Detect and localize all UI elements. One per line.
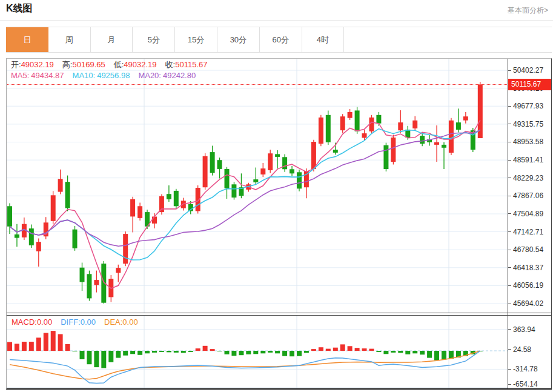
axis-divider (508, 59, 508, 388)
y-axis-tick (508, 369, 511, 370)
y-axis-tick (508, 285, 511, 286)
pane-separator (7, 315, 551, 316)
field-value: 49032.19 (124, 60, 156, 69)
field-label: 低: (114, 60, 124, 69)
y-axis-label: 46418.37 (513, 264, 543, 272)
y-axis-label: 49677.93 (513, 102, 543, 110)
y-axis-tick (508, 124, 511, 124)
fundamental-analysis-link[interactable]: 基本面分析> (508, 5, 548, 16)
field-value: 0.00 (37, 317, 52, 327)
candles-layer (7, 82, 483, 304)
field-label: MA10: (73, 71, 96, 80)
y-axis-tick (508, 304, 511, 304)
y-axis-label: 48229.23 (513, 174, 543, 182)
current-price-value: 50115.67 (511, 80, 541, 88)
candlestick-chart (7, 59, 508, 313)
field-label: MA20: (138, 71, 161, 80)
y-axis-label: 46780.54 (513, 245, 543, 254)
y-axis-tick (508, 267, 511, 268)
y-axis-label: 47142.71 (513, 228, 543, 236)
y-axis-label: 24.58 (513, 345, 531, 354)
ohlc-row: 开:49032.19高:50169.65低:49032.19收:50115.67 (11, 60, 216, 70)
y-axis-tick (508, 196, 511, 196)
ma-row: MA5:49434.87MA10:49256.98MA20:49242.80 (11, 71, 204, 81)
ma-lines-layer (10, 120, 480, 288)
current-price-line (7, 84, 507, 85)
y-axis-label: 50402.27 (513, 66, 543, 75)
kline-page: K线图 基本面分析> 日周月5分15分30分60分4时 开:49032.19高:… (0, 0, 553, 392)
y-axis-label: 49315.75 (513, 120, 543, 128)
field-label: 开: (11, 60, 21, 69)
field-label: MACD: (12, 317, 37, 327)
current-price-badge: 50115.67 (508, 79, 551, 90)
field-value: 49256.98 (97, 71, 130, 80)
period-tab-6[interactable]: 60分 (260, 27, 302, 52)
pane-separator (7, 313, 551, 313)
y-axis-tick (508, 213, 511, 214)
field-value: 0.00 (122, 317, 137, 327)
y-axis-label: -654.14 (513, 380, 538, 388)
y-axis-tick (508, 329, 511, 330)
period-tab-3[interactable]: 5分 (133, 27, 175, 52)
field-label: 高: (62, 60, 73, 69)
y-axis-tick (508, 349, 511, 350)
field-label: DEA: (104, 317, 122, 327)
macd-values-row: MACD:0.00DIFF:0.00DEA:0.00 (12, 317, 147, 327)
field-value: 49032.19 (21, 60, 54, 69)
y-axis-label: 45694.02 (513, 299, 543, 308)
field-value: 49242.80 (163, 71, 196, 80)
y-axis-tick (508, 142, 511, 142)
y-axis-label: 46056.19 (513, 281, 543, 290)
y-axis-tick (508, 160, 511, 161)
period-tab-1[interactable]: 周 (48, 27, 91, 52)
y-axis-label: 47867.06 (513, 191, 543, 200)
page-title: K线图 (6, 2, 33, 15)
field-label: DIFF: (61, 317, 81, 327)
field-label: 收: (165, 60, 176, 69)
y-axis-label: -314.78 (513, 365, 538, 373)
y-axis-tick (508, 231, 511, 232)
period-tab-bar: 日周月5分15分30分60分4时 (6, 27, 552, 53)
field-value: 49434.87 (31, 71, 64, 80)
period-tab-2[interactable]: 月 (91, 27, 133, 52)
period-tab-5[interactable]: 30分 (217, 27, 260, 52)
y-axis-label: 48953.58 (513, 138, 543, 146)
period-tab-0[interactable]: 日 (6, 27, 48, 52)
period-tab-4[interactable]: 15分 (175, 27, 217, 52)
y-axis-label: 48591.41 (513, 156, 543, 164)
header-divider (0, 20, 553, 21)
field-value: 50115.67 (175, 60, 207, 69)
y-axis-tick (508, 250, 511, 250)
y-axis-tick (508, 70, 511, 71)
field-value: 0.00 (81, 317, 96, 327)
chart-widget: 开:49032.19高:50169.65低:49032.19收:50115.67… (6, 58, 552, 390)
y-axis-label: 47504.89 (513, 210, 543, 218)
y-axis-tick (508, 384, 511, 385)
period-tab-7[interactable]: 4时 (302, 27, 345, 52)
field-label: MA5: (11, 71, 29, 80)
y-axis-tick (508, 178, 511, 178)
y-axis-label: 363.94 (513, 325, 535, 334)
field-value: 50169.65 (72, 60, 105, 69)
y-axis-tick (508, 106, 511, 107)
